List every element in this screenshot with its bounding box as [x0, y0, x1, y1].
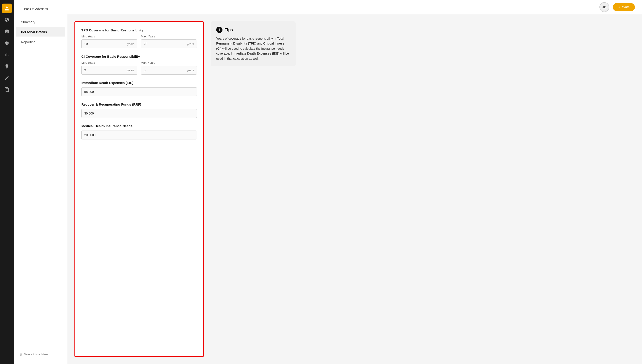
top-bar: JD ✓ Save [67, 0, 642, 14]
tips-text-part1: Years of coverage for basic responsibili… [216, 37, 277, 40]
back-label: Back to Advisees [24, 7, 48, 11]
save-button[interactable]: ✓ Save [613, 3, 635, 11]
ci-max-input[interactable] [144, 68, 185, 72]
tips-text: Years of coverage for basic responsibili… [216, 36, 290, 61]
rrf-section-title: Recover & Recuperating Funds (RRF) [81, 102, 197, 106]
ci-min-suffix: years [127, 68, 134, 72]
tips-title: Tips [225, 28, 233, 32]
sidebar-icon-person[interactable] [2, 4, 12, 13]
sidebar-icon-bulb[interactable] [2, 62, 12, 71]
checkmark-icon: ✓ [618, 5, 621, 9]
tpd-min-input-wrap: years [81, 40, 137, 48]
trash-icon: 🗑 [19, 353, 22, 356]
mhi-input[interactable] [81, 130, 197, 140]
ci-section-title: CI Coverage for Basic Responsibility [81, 54, 197, 58]
tpd-max-group: Max. Years years [141, 35, 197, 48]
svg-point-0 [6, 31, 8, 32]
sidebar-icon-camera[interactable] [2, 27, 12, 36]
sidebar-icon-edit[interactable] [2, 73, 12, 83]
ci-max-suffix: years [187, 68, 194, 72]
nav-bottom: 🗑 Delete this advisee [14, 349, 67, 360]
rrf-section: Recover & Recuperating Funds (RRF) [81, 102, 197, 118]
tpd-max-label: Max. Years [141, 35, 197, 38]
ci-section: CI Coverage for Basic Responsibility Min… [81, 54, 197, 75]
form-card: TPD Coverage for Basic Responsibility Mi… [75, 22, 204, 357]
ci-max-label: Max. Years [141, 61, 197, 64]
ci-min-input[interactable] [84, 68, 126, 72]
ide-input[interactable] [81, 87, 197, 96]
tpd-min-group: Min. Years years [81, 35, 137, 48]
nav-item-reporting[interactable]: Reporting [16, 38, 65, 46]
tpd-section: TPD Coverage for Basic Responsibility Mi… [81, 28, 197, 48]
mhi-section: Medical Health Insurance Needs [81, 124, 197, 140]
delete-label: Delete this advisee [24, 353, 48, 356]
tpd-max-input-wrap: years [141, 40, 197, 48]
tpd-min-label: Min. Years [81, 35, 137, 38]
tips-card: i Tips Years of coverage for basic respo… [211, 22, 296, 66]
mhi-section-title: Medical Health Insurance Needs [81, 124, 197, 128]
nav-sidebar: ← Back to Advisees Summary Personal Deta… [14, 0, 67, 364]
delete-advisee-link[interactable]: 🗑 Delete this advisee [19, 353, 62, 356]
nav-item-summary[interactable]: Summary [16, 18, 65, 26]
ci-field-row: Min. Years years Max. Years years [81, 61, 197, 75]
rrf-input[interactable] [81, 109, 197, 118]
sidebar-icon-copy[interactable] [2, 85, 12, 94]
tpd-min-input[interactable] [84, 42, 126, 46]
ci-min-label: Min. Years [81, 61, 137, 64]
content-area: TPD Coverage for Basic Responsibility Mi… [67, 14, 642, 364]
tpd-field-row: Min. Years years Max. Years years [81, 35, 197, 48]
nav-item-personal-details[interactable]: Personal Details [16, 28, 65, 36]
sidebar-icon-chart[interactable] [2, 50, 12, 60]
avatar: JD [599, 2, 609, 12]
sidebar-icons [0, 0, 14, 364]
ide-section-title: Immediate Death Expenses (IDE) [81, 81, 197, 85]
ci-min-group: Min. Years years [81, 61, 137, 75]
tips-info-icon: i [216, 27, 223, 33]
main-content: JD ✓ Save TPD Coverage for Basic Respons… [67, 0, 642, 364]
back-to-advisees-link[interactable]: ← Back to Advisees [14, 4, 67, 13]
tpd-max-suffix: years [187, 42, 194, 46]
sidebar-icon-layers[interactable] [2, 38, 12, 48]
tpd-max-input[interactable] [144, 42, 185, 46]
ide-section: Immediate Death Expenses (IDE) [81, 81, 197, 96]
tpd-min-suffix: years [127, 42, 134, 46]
tips-text-part2: and [256, 42, 263, 45]
tips-header: i Tips [216, 27, 290, 33]
ci-max-group: Max. Years years [141, 61, 197, 75]
tips-bold3: Immediate Death Expenses (IDE) [231, 52, 279, 55]
tpd-section-title: TPD Coverage for Basic Responsibility [81, 28, 197, 32]
sidebar-icon-shield[interactable] [2, 15, 12, 25]
ci-min-input-wrap: years [81, 66, 137, 75]
ci-max-input-wrap: years [141, 66, 197, 75]
back-arrow-icon: ← [19, 7, 22, 11]
